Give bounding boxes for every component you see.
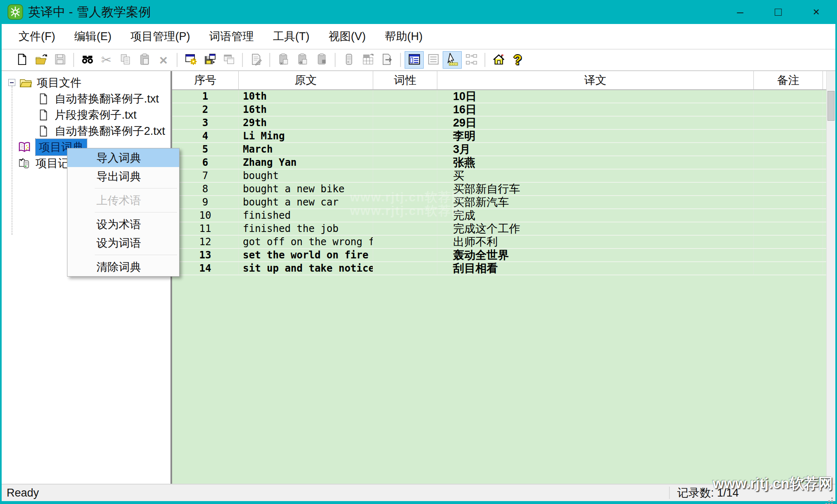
note-cell bbox=[754, 183, 823, 195]
pos-cell bbox=[373, 196, 437, 208]
minimize-button[interactable]: – bbox=[721, 0, 759, 24]
open-project-button[interactable] bbox=[31, 51, 50, 69]
table-row[interactable]: 13set the world on fire轰动全世界 bbox=[172, 249, 835, 262]
context-menu-item-4[interactable]: 上传术语 bbox=[67, 191, 179, 210]
target-cell: 16日 bbox=[437, 103, 754, 116]
tree-item-file-1[interactable]: 自动替换翻译例子.txt bbox=[2, 91, 170, 107]
column-header-2[interactable]: 原文 bbox=[239, 71, 373, 89]
tree-item-label: 片段搜索例子.txt bbox=[55, 107, 137, 122]
record-count: 记录数: 1/14 bbox=[669, 487, 739, 499]
table-row[interactable]: 4Li Ming李明 bbox=[172, 130, 835, 143]
table-row[interactable]: 6Zhang Yan张燕 bbox=[172, 156, 835, 170]
window-copy-button[interactable] bbox=[219, 51, 238, 69]
context-menu-item-7[interactable]: 设为词语 bbox=[67, 234, 179, 252]
snowman-app-icon[interactable] bbox=[7, 4, 23, 20]
pos-cell bbox=[373, 262, 437, 275]
menu-item-5[interactable]: 工具(T) bbox=[263, 25, 319, 48]
paste-icon bbox=[138, 53, 151, 67]
table-row[interactable]: 12got off on the wrong foot出师不利 bbox=[172, 236, 835, 249]
menu-item-2[interactable]: 编辑(E) bbox=[65, 25, 121, 48]
tree-item-file-3[interactable]: 自动替换翻译例子2.txt bbox=[2, 123, 170, 139]
window-copy-icon bbox=[223, 53, 235, 67]
target-cell: 买部新汽车 bbox=[437, 196, 754, 208]
menu-item-7[interactable]: 帮助(H) bbox=[375, 25, 432, 48]
list-view-button[interactable] bbox=[424, 51, 443, 69]
edit-record-button[interactable] bbox=[247, 51, 266, 69]
find-button[interactable] bbox=[78, 51, 97, 69]
home-button[interactable] bbox=[489, 51, 508, 69]
document-icon bbox=[37, 93, 51, 105]
tree-item-project-files[interactable]: 项目文件 bbox=[2, 74, 170, 91]
target-cell: 出师不利 bbox=[437, 236, 754, 248]
pos-cell bbox=[373, 222, 437, 235]
note-cell bbox=[754, 130, 823, 142]
export-button[interactable] bbox=[377, 51, 396, 69]
table-row[interactable]: 9bought a new car买部新汽车 bbox=[172, 196, 835, 209]
project-settings-button[interactable] bbox=[181, 51, 200, 69]
target-cell: 买部新自行车 bbox=[437, 183, 754, 195]
clipboard-remove-button[interactable] bbox=[293, 51, 312, 69]
swap-terms-button[interactable] bbox=[462, 51, 481, 69]
maximize-button[interactable]: □ bbox=[759, 0, 797, 24]
table-row[interactable]: 329th29日 bbox=[172, 117, 835, 130]
paste-button[interactable] bbox=[135, 51, 154, 69]
column-header-4[interactable]: 译文 bbox=[437, 71, 754, 89]
source-cell: bought a new car bbox=[239, 196, 373, 208]
database-icon bbox=[343, 53, 355, 67]
copy-button[interactable] bbox=[116, 51, 135, 69]
source-cell: Zhang Yan bbox=[239, 156, 373, 169]
export-icon bbox=[381, 53, 393, 67]
target-cell: 10日 bbox=[437, 90, 754, 103]
cut-button[interactable]: ✂ bbox=[97, 51, 116, 69]
delete-icon: × bbox=[159, 54, 168, 66]
context-menu-item-6[interactable]: 设为术语 bbox=[67, 215, 179, 234]
clipboard-lock-button[interactable] bbox=[312, 51, 331, 69]
clipboard-insert-icon bbox=[277, 53, 290, 67]
table-row[interactable]: 11finished the job完成这个工作 bbox=[172, 222, 835, 236]
context-menu-item-2[interactable]: 导出词典 bbox=[67, 167, 179, 186]
clipboard-insert-button[interactable] bbox=[274, 51, 293, 69]
table-row[interactable]: 216th16日 bbox=[172, 103, 835, 117]
table-view-button[interactable] bbox=[405, 51, 424, 69]
help-button[interactable]: ? bbox=[508, 51, 527, 69]
column-header-3[interactable]: 词性 bbox=[373, 71, 437, 89]
table-row[interactable]: 5March3月 bbox=[172, 143, 835, 156]
context-menu-item-9[interactable]: 清除词典 bbox=[67, 258, 179, 276]
resize-grip[interactable] bbox=[831, 497, 833, 499]
collapse-icon[interactable] bbox=[8, 79, 15, 86]
note-cell bbox=[754, 143, 823, 155]
row-number: 9 bbox=[172, 196, 239, 208]
target-cell: 完成 bbox=[437, 209, 754, 222]
dictionary-book-icon bbox=[18, 141, 32, 153]
menu-item-4[interactable]: 词语管理 bbox=[199, 25, 263, 48]
vertical-scrollbar[interactable] bbox=[826, 71, 835, 484]
menu-item-6[interactable]: 视图(V) bbox=[319, 25, 375, 48]
source-cell: got off on the wrong foot bbox=[239, 236, 373, 248]
table-row[interactable]: 8bought a new bike买部新自行车 bbox=[172, 183, 835, 196]
tree-item-file-2[interactable]: 片段搜索例子.txt bbox=[2, 107, 170, 123]
menu-item-3[interactable]: 项目管理(P) bbox=[121, 25, 199, 48]
table-row[interactable]: 10finished完成 bbox=[172, 209, 835, 222]
database-button[interactable] bbox=[339, 51, 358, 69]
table-row[interactable]: 7bought买 bbox=[172, 170, 835, 183]
column-header-1[interactable]: 序号 bbox=[172, 71, 239, 89]
edit-record-icon bbox=[250, 53, 263, 67]
menu-item-1[interactable]: 文件(F) bbox=[9, 25, 65, 48]
delete-button[interactable]: × bbox=[154, 51, 173, 69]
status-bar: Ready 记录数: 1/14 bbox=[2, 484, 835, 501]
save-button[interactable] bbox=[50, 51, 70, 69]
fill-table-button[interactable] bbox=[358, 51, 377, 69]
table-row[interactable]: 110th10日 bbox=[172, 90, 835, 103]
save-project-button[interactable] bbox=[200, 51, 219, 69]
content-area: 项目文件 自动替换翻译例子.txt片段搜索例子.txt自动替换翻译例子2.txt… bbox=[2, 71, 835, 484]
row-number: 12 bbox=[172, 236, 239, 248]
context-menu-item-1[interactable]: 导入词典 bbox=[67, 148, 179, 167]
new-file-button[interactable] bbox=[12, 51, 31, 69]
highlight-cursor-button[interactable] bbox=[443, 51, 462, 69]
column-header-5[interactable]: 备注 bbox=[754, 71, 823, 89]
scrollbar-thumb[interactable] bbox=[827, 91, 835, 121]
table-body: 110th10日216th16日329th29日4Li Ming李明5March… bbox=[172, 90, 835, 275]
target-cell: 张燕 bbox=[437, 156, 754, 169]
close-button[interactable]: × bbox=[797, 0, 835, 24]
table-row[interactable]: 14sit up and take notice刮目相看 bbox=[172, 262, 835, 275]
